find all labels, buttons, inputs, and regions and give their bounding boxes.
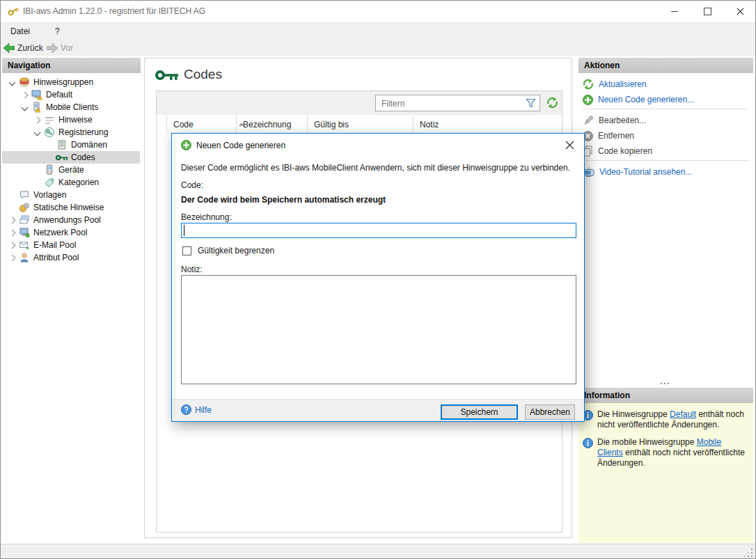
filter-input[interactable] (380, 97, 519, 110)
tree-item-hinweise[interactable]: Hinweise (2, 113, 140, 126)
chevron-right-icon[interactable] (21, 92, 28, 99)
tree-item-label: Statische Hinweise (31, 203, 104, 212)
actions-separator (583, 109, 748, 109)
column-header-gueltig-bis[interactable]: Gültig bis (308, 115, 414, 134)
cancel-button[interactable]: Abbrechen (525, 404, 575, 420)
tree-item-hinweisgruppen[interactable]: Hinweisgruppen (2, 76, 140, 88)
tree-item-netzwerk-pool[interactable]: Netzwerk Pool (2, 226, 140, 239)
info-link-default[interactable]: Default (670, 409, 696, 419)
action-video-tutorial[interactable]: Video-Tutorial ansehen... (583, 165, 753, 179)
tree-item-label: Attribut Pool (31, 253, 79, 262)
action-bearbeiten[interactable]: Bearbeiten... (583, 113, 753, 127)
info-message: Die mobile Hinweisgruppe Mobile Clients … (597, 437, 749, 469)
tree-item-label: Default (44, 90, 72, 100)
help-label: Hilfe (195, 405, 212, 415)
dialog-close-button[interactable] (562, 138, 577, 152)
filter-funnel-icon[interactable] (526, 98, 536, 110)
chevron-right-icon[interactable] (8, 255, 15, 262)
tree-item-kategorien[interactable]: Kategorien (2, 176, 140, 189)
tree-item-domaenen[interactable]: Domänen (2, 139, 140, 151)
chevron-right-icon[interactable] (8, 230, 15, 237)
filter-field[interactable] (375, 95, 540, 111)
attribute-pool-icon (17, 252, 31, 263)
tree-item-registrierung[interactable]: Registrierung (2, 126, 140, 139)
chevron-right-icon[interactable] (8, 217, 15, 224)
tree-item-label: Geräte (56, 165, 84, 175)
back-arrow-icon (3, 43, 15, 53)
back-button[interactable]: Zurück (3, 41, 43, 55)
action-code-kopieren[interactable]: Code kopieren (583, 144, 753, 158)
note-label: Notiz: (181, 265, 203, 274)
column-header-code[interactable]: Code (167, 115, 237, 134)
validity-checkbox-label[interactable]: Gültigkeit begrenzen (198, 246, 274, 255)
tree-item-label: Mobile Clients (44, 102, 98, 112)
action-label: Aktualisieren (599, 79, 647, 89)
tree-item-label: Domänen (69, 140, 107, 150)
tree-item-label: Vorlagen (31, 190, 66, 200)
forward-button[interactable]: Vor (47, 41, 73, 55)
registration-icon (42, 127, 56, 138)
action-label: Code kopieren (598, 146, 652, 156)
minimize-button[interactable] (659, 1, 691, 22)
tree-item-label: E-Mail Pool (31, 240, 76, 250)
forward-arrow-icon (47, 43, 58, 53)
close-button[interactable] (724, 1, 756, 22)
tree-item-geraete[interactable]: Geräte (2, 164, 140, 176)
help-link[interactable]: Hilfe (181, 404, 212, 415)
code-label: Code: (181, 180, 203, 190)
pencil-icon (583, 115, 594, 126)
tree-item-mobile-clients[interactable]: Mobile Clients (2, 101, 140, 113)
chevron-down-icon[interactable] (21, 104, 28, 111)
action-entfernen[interactable]: Entfernen (583, 129, 753, 143)
save-button[interactable]: Speichern (441, 404, 518, 420)
title-bar[interactable]: IBI-aws Admin 1.22.0 - registriert für I… (1, 1, 755, 23)
maximize-icon (704, 8, 711, 15)
page-title: Codes (184, 67, 222, 82)
static-notices-icon (17, 202, 31, 213)
menu-toolbar-area: Datei ? Zurück Vor (1, 22, 755, 56)
column-label: Code (173, 120, 194, 129)
column-header-bezeichnung[interactable]: Bezeichnung (237, 115, 308, 134)
resize-grip[interactable] (744, 549, 753, 558)
refresh-table-icon[interactable] (546, 97, 559, 109)
domain-icon (55, 139, 69, 150)
action-neuen-code-generieren[interactable]: Neuen Code generieren... (583, 93, 753, 107)
tree-item-statische-hinweise[interactable]: Statische Hinweise (2, 201, 140, 214)
chevron-right-icon[interactable] (8, 242, 15, 249)
name-input[interactable] (181, 223, 576, 238)
tree-item-default[interactable]: Default (2, 88, 140, 101)
dialog-footer: Hilfe Speichern Abbrechen (172, 399, 584, 421)
refresh-icon (583, 79, 594, 90)
tree-item-codes[interactable]: Codes (2, 151, 140, 164)
template-icon (17, 189, 31, 200)
chevron-down-icon[interactable] (33, 129, 40, 136)
dialog-title: Neuen Code generieren (196, 141, 285, 150)
action-label: Bearbeiten... (599, 116, 646, 125)
text-caret (184, 225, 184, 236)
column-label: Notiz (420, 120, 439, 129)
menu-datei[interactable]: Datei (6, 25, 34, 38)
menu-help[interactable]: ? (51, 25, 64, 38)
info-icon (583, 438, 593, 448)
tree-item-label: Hinweise (56, 115, 93, 125)
chevron-right-icon[interactable] (33, 117, 40, 124)
action-label: Video-Tutorial ansehen... (599, 167, 692, 177)
device-icon (42, 164, 56, 175)
column-header-notiz[interactable]: Notiz (414, 115, 562, 134)
row-selector-column[interactable] (157, 115, 167, 134)
tree-item-attribut-pool[interactable]: Attribut Pool (2, 251, 140, 264)
column-label: Bezeichnung (243, 120, 291, 129)
tree-item-email-pool[interactable]: E-Mail Pool (2, 239, 140, 251)
tree-item-anwendungs-pool[interactable]: Anwendungs Pool (2, 214, 140, 226)
new-code-dialog: Neuen Code generieren Dieser Code ermögl… (171, 133, 585, 422)
tree-item-vorlagen[interactable]: Vorlagen (2, 189, 140, 201)
panel-splitter-handle[interactable] (661, 383, 669, 384)
maximize-button[interactable] (691, 1, 723, 22)
information-header: Information (578, 388, 753, 403)
action-aktualisieren[interactable]: Aktualisieren (583, 77, 753, 91)
navigation-header: Navigation (2, 58, 141, 73)
email-pool-icon (17, 239, 31, 251)
validity-checkbox[interactable] (182, 246, 191, 255)
chevron-down-icon[interactable] (8, 79, 15, 86)
note-textarea[interactable] (181, 275, 576, 384)
